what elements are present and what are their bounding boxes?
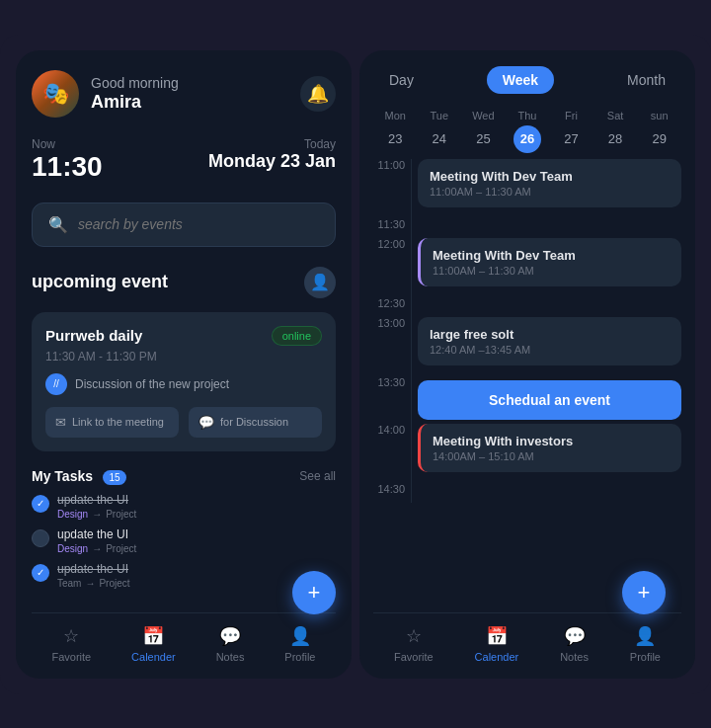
right-nav-calendar-label: Calender: [475, 651, 519, 663]
tasks-title-group: My Tasks 15: [32, 467, 126, 485]
cal-wed: Wed 25: [463, 110, 503, 153]
tasks-header: My Tasks 15 See all: [32, 467, 336, 485]
event-time: 11:30 AM - 11:30 PM: [45, 350, 322, 364]
event-title: Purrweb daily: [45, 327, 142, 344]
right-nav-profile[interactable]: 👤 Profile: [630, 625, 661, 663]
tag-design-2: Design: [57, 543, 88, 554]
event-free-slot[interactable]: large free solt 12:40 AM –13:45 AM: [418, 317, 681, 365]
right-nav-favorite[interactable]: ☆ Favorite: [394, 625, 434, 663]
greeting-block: Good morning Amira: [91, 74, 300, 113]
calendar-icon: 📅: [142, 625, 164, 647]
nav-notes-label: Notes: [216, 651, 245, 663]
right-nav-calendar[interactable]: 📅 Calender: [475, 625, 519, 663]
nav-calendar[interactable]: 📅 Calender: [131, 625, 176, 663]
task-tags-3: Team → Project: [57, 578, 130, 589]
event-desc-text: Discussion of the new project: [75, 377, 229, 391]
time-label-14: 14:00: [373, 424, 411, 483]
time-slot-1430: 14:30: [373, 483, 681, 503]
tag-design: Design: [57, 509, 88, 520]
people-icon[interactable]: 👤: [304, 267, 336, 298]
event-free-slot-time: 12:40 AM –13:45 AM: [430, 344, 670, 356]
desc-icon: //: [45, 373, 67, 395]
slot-content-1430: [411, 483, 681, 503]
right-fab-button[interactable]: +: [622, 571, 666, 614]
schedule-event-btn[interactable]: Schedual an event: [418, 380, 681, 420]
current-date: Monday 23 Jan: [208, 151, 336, 171]
date-block: Today Monday 23 Jan: [208, 137, 336, 183]
task-text-2: update the UI Design → Project: [57, 527, 136, 554]
time-slot-1330: 13:30 Schedual an event: [373, 376, 681, 424]
event-dev-team-2[interactable]: Meeting With Dev Team 11:00AM – 11:30 AM: [418, 238, 681, 286]
task-check-3[interactable]: ✓: [32, 564, 49, 582]
view-toggle: Day Week Month: [373, 66, 681, 94]
left-panel: 🎭 Good morning Amira 🔔 Now 11:30 Today M…: [16, 50, 352, 679]
slot-content-13: large free solt 12:40 AM –13:45 AM: [411, 317, 681, 376]
discussion-label: for Discussion: [220, 416, 288, 428]
search-input[interactable]: [78, 216, 319, 232]
task-check-1[interactable]: ✓: [32, 495, 49, 513]
nav-notes[interactable]: 💬 Notes: [216, 625, 245, 663]
mail-icon: ✉: [55, 415, 66, 430]
slot-content-14: Meeting With investors 14:00AM – 15:10 A…: [411, 424, 681, 483]
time-label-1330: 13:30: [373, 376, 411, 424]
calendar-header: Mon 23 Tue 24 Wed 25 Thu 26 Fri 27: [373, 110, 681, 153]
nav-calendar-label: Calender: [131, 651, 176, 663]
right-nav-notes-label: Notes: [560, 651, 589, 663]
cal-thu: Thu 26: [508, 110, 547, 153]
link-meeting-btn[interactable]: ✉ Link to the meeting: [45, 407, 179, 438]
nav-profile[interactable]: 👤 Profile: [284, 625, 315, 663]
view-day-btn[interactable]: Day: [373, 66, 430, 94]
time-slot-13: 13:00 large free solt 12:40 AM –13:45 AM: [373, 317, 681, 376]
right-nav-notes[interactable]: 💬 Notes: [560, 625, 589, 663]
event-investors[interactable]: Meeting With investors 14:00AM – 15:10 A…: [418, 424, 681, 472]
favorite-icon: ☆: [63, 625, 79, 647]
task-text-3: update the UI Team → Project: [57, 562, 130, 589]
time-slot-1130: 11:30: [373, 218, 681, 238]
event-actions: ✉ Link to the meeting 💬 for Discussion: [45, 407, 322, 438]
right-bottom-nav: ☆ Favorite 📅 Calender 💬 Notes 👤 Profile: [373, 612, 681, 679]
discussion-btn[interactable]: 💬 for Discussion: [189, 407, 322, 438]
right-nav-favorite-label: Favorite: [394, 651, 434, 663]
task-item-3: ✓ update the UI Team → Project: [32, 562, 336, 589]
right-notes-icon: 💬: [564, 625, 586, 647]
task-check-2[interactable]: [32, 529, 49, 547]
time-slot-1230: 12:30: [373, 297, 681, 317]
task-tags-1: Design → Project: [57, 509, 136, 520]
nav-favorite[interactable]: ☆ Favorite: [51, 625, 91, 663]
right-favorite-icon: ☆: [406, 625, 422, 647]
tasks-section: My Tasks 15 See all ✓ update the UI Desi…: [32, 467, 336, 597]
notes-icon: 💬: [219, 625, 241, 647]
view-month-btn[interactable]: Month: [611, 66, 681, 94]
chat-icon: 💬: [198, 415, 214, 430]
nav-favorite-label: Favorite: [51, 651, 91, 663]
task-name-1: update the UI: [57, 493, 136, 507]
timeline: 11:00 Meeting With Dev Team 11:00AM – 11…: [373, 159, 681, 612]
time-slot-14: 14:00 Meeting With investors 14:00AM – 1…: [373, 424, 681, 483]
bell-icon[interactable]: 🔔: [300, 76, 336, 112]
event-description: // Discussion of the new project: [45, 373, 322, 395]
event-status-badge: online: [272, 326, 322, 346]
slot-content-1330: Schedual an event: [411, 376, 681, 424]
upcoming-header: upcoming event 👤: [32, 267, 336, 298]
event-dev-team-1[interactable]: Meeting With Dev Team 11:00AM – 11:30 AM: [418, 159, 681, 207]
profile-icon: 👤: [289, 625, 311, 647]
search-bar[interactable]: 🔍: [32, 202, 336, 247]
event-investors-title: Meeting With investors: [433, 434, 670, 448]
time-date-row: Now 11:30 Today Monday 23 Jan: [32, 137, 336, 183]
slot-content-12: Meeting With Dev Team 11:00AM – 11:30 AM: [411, 238, 681, 297]
view-week-btn[interactable]: Week: [487, 66, 554, 94]
today-label: Today: [208, 137, 336, 151]
cal-tue: Tue 24: [420, 110, 459, 153]
tag-team: Team: [57, 578, 81, 589]
event-card-header: Purrweb daily online: [45, 326, 322, 346]
time-label-13: 13:00: [373, 317, 411, 376]
see-all-link[interactable]: See all: [299, 469, 336, 483]
slot-content-11: Meeting With Dev Team 11:00AM – 11:30 AM: [411, 159, 681, 218]
cal-mon: Mon 23: [375, 110, 415, 153]
task-name-2: update the UI: [57, 527, 136, 541]
fab-button[interactable]: +: [292, 571, 336, 614]
avatar: 🎭: [32, 70, 79, 118]
right-panel: Day Week Month Mon 23 Tue 24 Wed 25: [359, 50, 695, 679]
greeting-text: Good morning: [91, 75, 179, 91]
time-label-1430: 14:30: [373, 483, 411, 503]
